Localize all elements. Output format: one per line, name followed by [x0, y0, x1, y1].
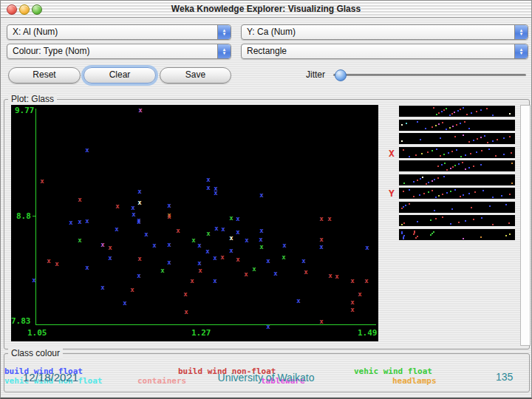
strip-dot	[430, 219, 432, 221]
strip-dot	[471, 112, 472, 114]
strip-dot	[442, 122, 443, 123]
strips-scrollbar[interactable]	[520, 105, 531, 346]
footer-institution: University of Waikato	[1, 372, 531, 383]
strip-dot	[403, 206, 404, 208]
data-point: x	[100, 284, 104, 291]
strip-dot	[403, 222, 405, 224]
strip-dot	[454, 112, 455, 113]
strip-dot	[403, 236, 404, 238]
attribute-strip[interactable]	[399, 229, 515, 240]
clear-button[interactable]: Clear	[83, 67, 156, 83]
colour-attribute-select[interactable]: Colour: Type (Nom) ▲▼	[7, 44, 231, 59]
strip-dot	[470, 153, 471, 154]
data-point: x	[229, 247, 233, 254]
strip-dot	[419, 194, 420, 196]
data-point: x	[319, 243, 323, 250]
strip-dot	[420, 178, 421, 180]
attribute-strip[interactable]	[399, 147, 515, 158]
data-point: x	[176, 227, 180, 234]
stepper-arrows-icon[interactable]: ▲▼	[514, 25, 528, 39]
attribute-strip[interactable]	[399, 188, 515, 199]
data-point: x	[167, 202, 171, 209]
data-point: x	[100, 241, 104, 248]
data-point: x	[266, 323, 270, 330]
data-point: x	[137, 255, 141, 262]
data-point: x	[358, 290, 361, 298]
strip-dot	[415, 237, 417, 239]
strip-dot	[401, 233, 403, 234]
data-point: x	[335, 273, 338, 280]
strip-dot	[446, 192, 448, 194]
data-point: x	[244, 270, 248, 278]
jitter-slider-track[interactable]	[333, 74, 526, 76]
x-axis-line	[35, 324, 376, 325]
attribute-strip[interactable]	[399, 133, 515, 144]
strip-dot	[433, 231, 434, 233]
strip-dot	[425, 128, 426, 129]
data-point: x	[245, 236, 248, 244]
strip-dot	[442, 194, 443, 195]
attribute-strip[interactable]	[399, 215, 515, 226]
strip-dot	[426, 183, 427, 185]
shape-select-value: Rectangle	[247, 46, 287, 56]
jitter-slider-thumb[interactable]	[335, 69, 347, 81]
data-point: x	[252, 265, 256, 273]
data-point: x	[259, 243, 263, 250]
strip-dot	[451, 151, 453, 152]
data-point: x	[206, 230, 210, 237]
strip-dot	[446, 169, 448, 171]
strip-dot	[443, 109, 445, 111]
y-axis-min-label: 7.83	[11, 316, 31, 326]
data-point: x	[138, 106, 142, 114]
data-point: x	[160, 267, 164, 274]
shape-select[interactable]: Rectangle ▲▼	[241, 44, 528, 59]
stepper-arrows-icon[interactable]: ▲▼	[514, 44, 528, 58]
x-attribute-select[interactable]: X: Al (Num) ▲▼	[7, 24, 231, 40]
stepper-arrows-icon[interactable]: ▲▼	[217, 44, 231, 58]
data-point: x	[47, 257, 50, 265]
reset-button[interactable]: Reset	[8, 67, 81, 83]
strip-dot	[465, 168, 466, 170]
strip-dot	[409, 189, 410, 191]
data-point: x	[221, 225, 225, 233]
strip-dot	[434, 179, 435, 180]
strip-dot	[482, 190, 484, 191]
attribute-strip[interactable]	[399, 106, 515, 117]
data-point: x	[328, 272, 332, 279]
attribute-strip[interactable]	[399, 120, 515, 131]
strip-dot	[503, 137, 505, 139]
strip-dot	[463, 107, 464, 109]
strip-dot	[487, 142, 488, 143]
strip-dot	[509, 194, 511, 195]
strip-dot	[466, 114, 468, 115]
data-point: x	[85, 217, 89, 225]
scatter-plot[interactable]: 9.77 8.8 7.83 1.05 1.27 1.49 xxxxxxxxxxx…	[11, 105, 378, 341]
strip-dot	[508, 222, 510, 224]
data-point: x	[137, 272, 140, 279]
data-point: x	[184, 308, 188, 316]
data-point: x	[319, 215, 323, 222]
data-point: x	[319, 236, 323, 243]
data-point: x	[213, 254, 216, 262]
strip-dot	[492, 115, 494, 116]
strip-dot	[463, 134, 464, 136]
data-point: x	[137, 199, 141, 206]
strip-dot	[403, 191, 404, 192]
attribute-strip[interactable]	[399, 160, 515, 171]
strip-dot	[432, 126, 433, 128]
data-point: x	[206, 176, 210, 183]
save-button[interactable]: Save	[160, 67, 231, 83]
strip-dot	[463, 238, 464, 239]
data-point: x	[304, 268, 307, 276]
stepper-arrows-icon[interactable]: ▲▼	[217, 25, 231, 39]
strip-dot	[440, 155, 441, 157]
attribute-strip[interactable]	[399, 174, 515, 185]
attribute-strip[interactable]	[399, 202, 515, 213]
strip-dot	[456, 149, 457, 151]
strip-dot	[413, 233, 415, 235]
strip-dot	[454, 165, 456, 166]
data-point: x	[282, 242, 286, 249]
y-attribute-select[interactable]: Y: Ca (Num) ▲▼	[241, 24, 528, 40]
data-point: x	[167, 259, 171, 266]
strip-dot	[432, 180, 433, 182]
